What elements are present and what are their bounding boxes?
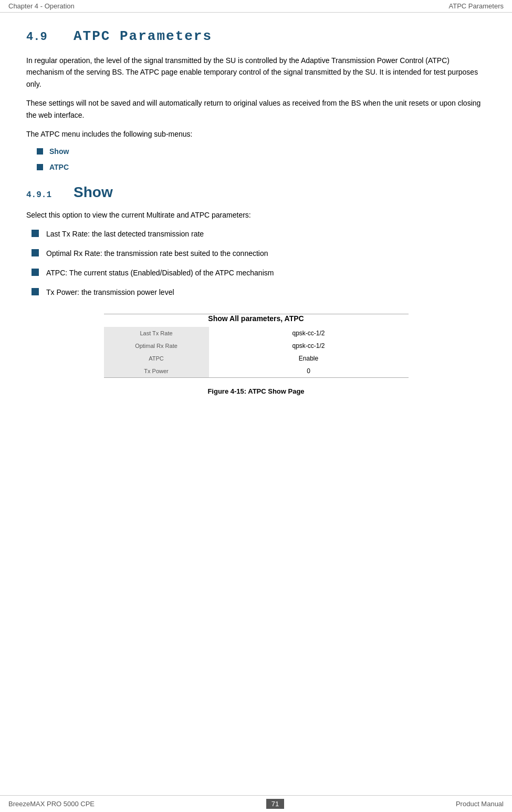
- header-right: ATPC Parameters: [448, 2, 504, 10]
- section491-bullet-list: Last Tx Rate: the last detected transmis…: [32, 229, 486, 298]
- row-value: qpsk-cc-1/2: [209, 340, 409, 352]
- table-row: ATPC Enable: [104, 352, 409, 365]
- sub-bullet-square-icon: [32, 249, 39, 256]
- footer-right-text: Product Manual: [456, 800, 504, 808]
- figure-table-wrapper: Show All parameters, ATPC Last Tx Rate q…: [104, 314, 409, 378]
- table-row: Last Tx Rate qpsk-cc-1/2: [104, 327, 409, 340]
- list-item: ATPC: The current status (Enabled/Disabl…: [32, 268, 486, 279]
- header-bar: Chapter 4 - Operation ATPC Parameters: [0, 0, 512, 13]
- section-heading-49: 4.9 ATPC Parameters: [26, 28, 486, 44]
- figure-table: Last Tx Rate qpsk-cc-1/2 Optimal Rx Rate…: [104, 327, 409, 377]
- main-content: 4.9 ATPC Parameters In regular operation…: [0, 13, 512, 432]
- row-value: 0: [209, 365, 409, 377]
- bullet-label: ATPC: [49, 163, 69, 171]
- sub-bullet-text: Tx Power: the transmission power level: [46, 287, 174, 298]
- footer-page-number: 71: [266, 799, 284, 809]
- section-num-491: 4.9.1: [26, 190, 63, 200]
- row-label: Optimal Rx Rate: [104, 340, 209, 352]
- footer-left-text: BreezeMAX PRO 5000 CPE: [8, 800, 95, 808]
- section491-intro: Select this option to view the current M…: [26, 209, 486, 221]
- intro-paragraph-2: These settings will not be saved and wil…: [26, 97, 486, 121]
- footer-bar: BreezeMAX PRO 5000 CPE 71 Product Manual: [0, 795, 512, 812]
- list-item: Last Tx Rate: the last detected transmis…: [32, 229, 486, 240]
- figure-title: Show All parameters, ATPC: [104, 314, 409, 323]
- sub-bullet-text: Last Tx Rate: the last detected transmis…: [46, 229, 204, 240]
- list-item: Show: [37, 147, 486, 156]
- sub-bullet-text: Optimal Rx Rate: the transmission rate b…: [46, 248, 268, 259]
- section-num-49: 4.9: [26, 30, 58, 44]
- sub-bullet-text: ATPC: The current status (Enabled/Disabl…: [46, 268, 274, 279]
- row-label: ATPC: [104, 352, 209, 365]
- bullet-label: Show: [49, 147, 69, 156]
- header-left: Chapter 4 - Operation: [8, 2, 75, 10]
- list-item: Optimal Rx Rate: the transmission rate b…: [32, 248, 486, 259]
- intro-paragraph-3: The ATPC menu includes the following sub…: [26, 128, 486, 140]
- section-title-491: Show: [74, 184, 113, 201]
- section49-bullet-list: Show ATPC: [37, 147, 486, 171]
- list-item: Tx Power: the transmission power level: [32, 287, 486, 298]
- list-item: ATPC: [37, 163, 486, 171]
- figure-container: Show All parameters, ATPC Last Tx Rate q…: [104, 314, 409, 395]
- bullet-square-icon: [37, 148, 43, 155]
- figure-caption: Figure 4-15: ATPC Show Page: [104, 387, 409, 395]
- row-value: Enable: [209, 352, 409, 365]
- sub-bullet-square-icon: [32, 269, 39, 276]
- section-heading-491: 4.9.1 Show: [26, 184, 486, 201]
- table-row: Tx Power 0: [104, 365, 409, 377]
- row-label: Last Tx Rate: [104, 327, 209, 340]
- sub-bullet-square-icon: [32, 230, 39, 237]
- row-value: qpsk-cc-1/2: [209, 327, 409, 340]
- intro-paragraph-1: In regular operation, the level of the s…: [26, 55, 486, 90]
- section-title-49: ATPC Parameters: [74, 28, 212, 44]
- sub-bullet-square-icon: [32, 288, 39, 295]
- bullet-square-icon: [37, 164, 43, 170]
- row-label: Tx Power: [104, 365, 209, 377]
- table-row: Optimal Rx Rate qpsk-cc-1/2: [104, 340, 409, 352]
